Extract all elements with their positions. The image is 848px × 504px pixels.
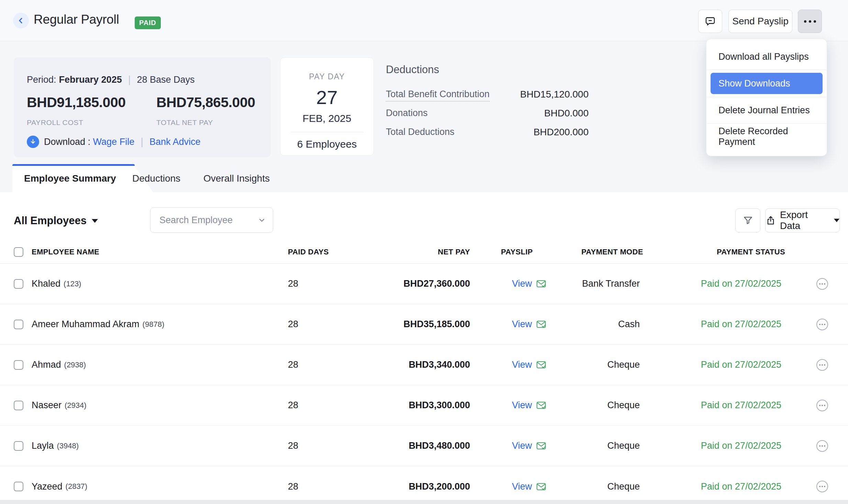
ellipsis-icon [804, 20, 816, 23]
menu-item-show-downloads[interactable]: Show Downloads [711, 73, 823, 94]
comment-button[interactable] [698, 10, 722, 33]
row-actions-button[interactable] [816, 319, 828, 330]
col-paid-days: PAID DAYS [288, 240, 329, 264]
employee-id: (2837) [66, 482, 88, 491]
row-checkbox[interactable] [14, 320, 23, 329]
search-employee-select[interactable]: Search Employee [150, 207, 273, 233]
payment-status: Paid on 27/02/2025 [701, 319, 781, 330]
select-all-checkbox[interactable] [14, 247, 23, 257]
payment-mode: Cheque [607, 440, 640, 451]
row-checkbox[interactable] [14, 279, 23, 289]
payroll-detail-page: Regular Payroll PAID Send Payslip Downlo… [0, 0, 848, 504]
export-data-button[interactable]: Export Data [765, 208, 840, 232]
col-payment-mode: PAYMENT MODE [581, 240, 643, 264]
divider: | [128, 74, 131, 85]
row-actions-button[interactable] [816, 278, 828, 290]
employee-id: (9878) [143, 320, 165, 329]
tab-overall-insights[interactable]: Overall Insights [203, 164, 270, 193]
menu-item-delete-journal-entries[interactable]: Delete Journal Entries [706, 97, 827, 123]
tab-deductions[interactable]: Deductions [132, 164, 180, 193]
payment-mode: Cheque [607, 359, 640, 370]
view-payslip-link[interactable]: View [512, 319, 546, 330]
deductions-summary: Deductions Total Benefit Contribution BH… [386, 64, 589, 143]
menu-divider [707, 70, 826, 70]
col-employee-name: EMPLOYEE NAME [32, 240, 99, 264]
base-days: 28 Base Days [137, 75, 194, 85]
total-deductions-value: BHD200.000 [534, 127, 589, 138]
row-actions-button[interactable] [816, 359, 828, 371]
menu-item-delete-recorded-payment[interactable]: Delete Recorded Payment [706, 124, 827, 150]
payment-status: Paid on 27/02/2025 [701, 440, 781, 451]
row-checkbox[interactable] [14, 360, 23, 370]
employee-id: (2934) [65, 401, 87, 410]
view-payslip-link[interactable]: View [512, 481, 546, 492]
row-checkbox[interactable] [14, 441, 23, 451]
row-actions-button[interactable] [816, 481, 828, 492]
view-label: View [512, 359, 532, 370]
col-payslip: PAYSLIP [501, 240, 533, 264]
wage-file-link[interactable]: Wage File [93, 137, 135, 147]
total-net-pay-amount: BHD75,865.000 [156, 94, 255, 111]
search-employee-placeholder: Search Employee [159, 215, 258, 226]
net-pay: BHD3,340.000 [409, 359, 470, 370]
table-header: EMPLOYEE NAME PAID DAYS NET PAY PAYSLIP … [0, 240, 848, 264]
period-label: Period: [27, 75, 56, 85]
envelope-check-icon [536, 482, 546, 491]
pay-day-card: PAY DAY 27 FEB, 2025 6 Employees [280, 57, 374, 156]
payment-status: Paid on 27/02/2025 [701, 359, 781, 370]
employee-name: Naseer [32, 400, 62, 411]
employee-count: 6 Employees [280, 138, 373, 150]
view-payslip-link[interactable]: View [512, 359, 546, 370]
employee-id: (2938) [64, 360, 86, 369]
paid-days: 28 [288, 278, 298, 289]
view-label: View [512, 319, 532, 330]
pay-day-date: 27 [280, 86, 373, 108]
more-actions-button[interactable] [798, 10, 822, 33]
paid-days: 28 [288, 400, 298, 411]
total-deductions-label: Total Deductions [386, 127, 455, 137]
view-label: View [512, 278, 532, 289]
employee-name: Ahmad [32, 359, 61, 370]
download-label: Download : [44, 137, 90, 147]
page-title: Regular Payroll [34, 12, 119, 27]
tab-employee-summary[interactable]: Employee Summary [24, 164, 116, 193]
bank-advice-link[interactable]: Bank Advice [149, 137, 201, 147]
send-payslip-button[interactable]: Send Payslip [728, 10, 792, 33]
employee-id: (3948) [57, 442, 79, 450]
paid-days: 28 [288, 359, 298, 370]
row-checkbox[interactable] [14, 482, 23, 491]
payment-mode: Cash [618, 319, 640, 330]
envelope-check-icon [536, 401, 546, 410]
view-payslip-link[interactable]: View [512, 400, 546, 411]
top-bar: Regular Payroll PAID Send Payslip [0, 0, 848, 41]
donations-label: Donations [386, 108, 428, 118]
payment-status: Paid on 27/02/2025 [701, 481, 781, 492]
menu-item-download-all-payslips[interactable]: Download all Payslips [706, 44, 827, 70]
chevron-left-icon [16, 16, 25, 25]
pay-day-label: PAY DAY [280, 72, 373, 81]
view-label: View [512, 400, 532, 411]
net-pay: BHD3,480.000 [409, 440, 470, 451]
funnel-icon [743, 215, 754, 226]
employee-name: Yazeed [32, 481, 63, 492]
filter-button[interactable] [735, 208, 760, 232]
view-payslip-link[interactable]: View [512, 440, 546, 451]
employee-name: Khaled [32, 278, 60, 289]
deductions-title: Deductions [386, 64, 589, 76]
all-employees-dropdown[interactable]: All Employees [14, 209, 98, 233]
divider [291, 132, 363, 132]
total-benefit-contribution-label[interactable]: Total Benefit Contribution [386, 89, 490, 102]
view-payslip-link[interactable]: View [512, 278, 546, 289]
table-row: Layla(3948) 28 BHD3,480.000 View Cheque … [0, 426, 848, 466]
row-actions-button[interactable] [816, 400, 828, 411]
row-checkbox[interactable] [14, 401, 23, 410]
employee-name: Layla [32, 440, 54, 451]
caret-down-icon [92, 219, 98, 223]
more-actions-menu: Download all Payslips Show Downloads Del… [706, 39, 827, 156]
payroll-cost-label: PAYROLL COST [27, 118, 83, 127]
horizontal-scrollbar-track[interactable] [0, 500, 848, 504]
pay-day-month-year: FEB, 2025 [280, 113, 373, 124]
row-actions-button[interactable] [816, 440, 828, 452]
col-payment-status: PAYMENT STATUS [717, 240, 785, 264]
back-button[interactable] [13, 13, 29, 28]
